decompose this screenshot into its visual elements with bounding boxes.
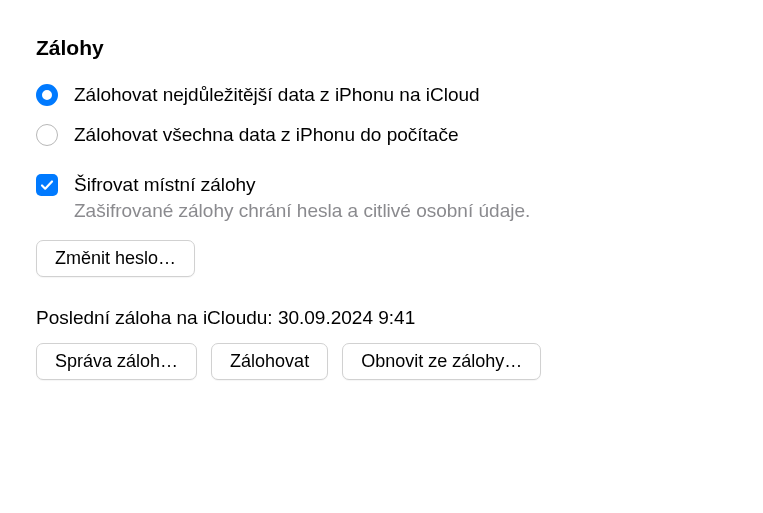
radio-label-local: Zálohovat všechna data z iPhonu do počít… [74, 124, 458, 146]
backup-now-button[interactable]: Zálohovat [211, 343, 328, 380]
encrypt-description: Zašifrované zálohy chrání hesla a citliv… [74, 200, 727, 222]
change-password-row: Změnit heslo… [36, 240, 727, 277]
encrypt-content: Šifrovat místní zálohy Zašifrované záloh… [74, 174, 727, 222]
checkmark-icon [40, 178, 54, 192]
encrypt-checkbox[interactable] [36, 174, 58, 196]
last-backup-text: Poslední záloha na iCloudu: 30.09.2024 9… [36, 307, 727, 329]
encrypt-backup-row: Šifrovat místní zálohy Zašifrované záloh… [36, 174, 727, 222]
section-title: Zálohy [36, 36, 727, 60]
manage-backups-button[interactable]: Správa záloh… [36, 343, 197, 380]
radio-selected-icon [36, 84, 58, 106]
encrypt-label: Šifrovat místní zálohy [74, 174, 727, 196]
radio-unselected-icon [36, 124, 58, 146]
radio-label-icloud: Zálohovat nejdůležitější data z iPhonu n… [74, 84, 480, 106]
backup-destination-group: Zálohovat nejdůležitější data z iPhonu n… [36, 84, 727, 146]
change-password-button[interactable]: Změnit heslo… [36, 240, 195, 277]
restore-backup-button[interactable]: Obnovit ze zálohy… [342, 343, 541, 380]
radio-option-icloud[interactable]: Zálohovat nejdůležitější data z iPhonu n… [36, 84, 727, 106]
radio-option-local[interactable]: Zálohovat všechna data z iPhonu do počít… [36, 124, 727, 146]
backup-actions-row: Správa záloh… Zálohovat Obnovit ze záloh… [36, 343, 727, 380]
